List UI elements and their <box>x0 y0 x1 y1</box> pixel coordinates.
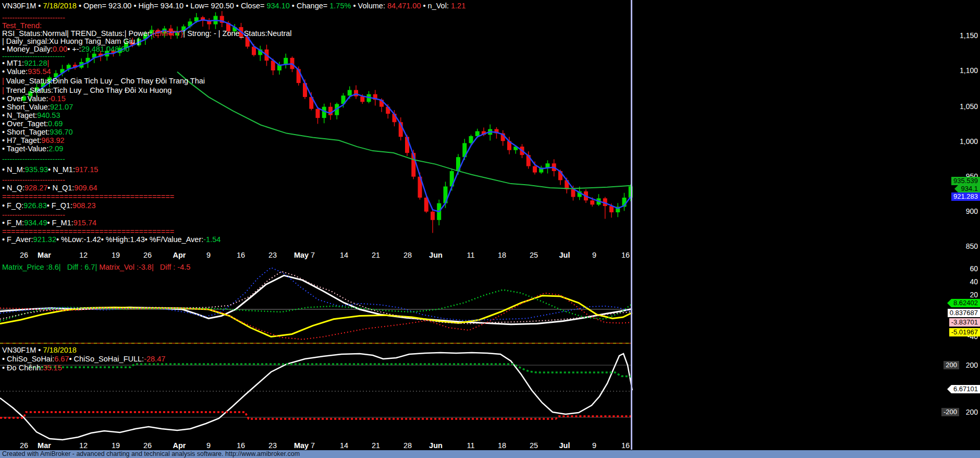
amibroker-chart-window: VN30F1M • 7/18/2018 • Open= 923.00 • Hig… <box>0 0 980 458</box>
chart-canvas[interactable] <box>0 0 980 458</box>
bar-cursor-line <box>631 0 632 450</box>
